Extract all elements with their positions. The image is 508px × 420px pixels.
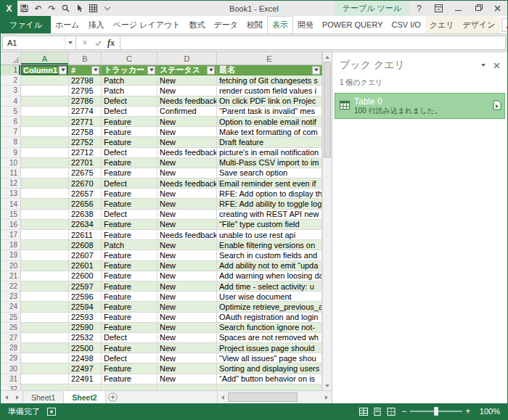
cell-E4[interactable]: On click PDF link on Projec [217, 96, 322, 107]
row-header-3[interactable]: 3 [1, 86, 21, 96]
row-header-14[interactable]: 14 [1, 199, 21, 209]
cell-C28[interactable]: Feature [102, 343, 157, 353]
cell-E5[interactable]: “Parent task is invalid” mes [217, 107, 322, 117]
ribbon-tab-11[interactable]: デザイン [459, 16, 500, 33]
close-button[interactable] [488, 1, 507, 16]
cell-D23[interactable]: New [157, 292, 217, 302]
cell-D11[interactable]: New [157, 168, 217, 178]
help-button[interactable]: ? [409, 1, 429, 16]
cell-E29[interactable]: “View all issues” page shou [217, 353, 322, 363]
cell-B22[interactable]: 22597 [69, 281, 102, 292]
cell-D2[interactable]: New [157, 75, 217, 86]
table-header-B1[interactable]: # [69, 65, 102, 75]
cell-C8[interactable]: Feature [102, 137, 157, 147]
cell-D29[interactable]: New [157, 353, 217, 363]
cell-D6[interactable]: New [157, 117, 217, 127]
row-header-27[interactable]: 27 [1, 333, 21, 343]
cell-E13[interactable]: RFE: Add option to display th [217, 189, 322, 199]
cell-D14[interactable]: New [157, 199, 217, 209]
scroll-down-icon[interactable] [323, 381, 332, 390]
filter-dropdown-icon[interactable] [59, 66, 67, 74]
cell-E7[interactable]: Make text formatting of com [217, 127, 322, 137]
cell-C3[interactable]: Patch [102, 86, 157, 96]
cell-D21[interactable]: New [157, 271, 217, 281]
table-header-D1[interactable]: ステータス [157, 65, 217, 75]
cell-D30[interactable]: New [157, 363, 217, 374]
row-header-20[interactable]: 20 [1, 261, 21, 271]
cell-B16[interactable]: 22634 [69, 220, 102, 230]
cell-E23[interactable]: User wise document [217, 292, 322, 302]
ribbon-tab-0[interactable]: ホーム [51, 16, 84, 33]
cell-D24[interactable]: New [157, 302, 217, 312]
cell-B12[interactable]: 22670 [69, 178, 102, 189]
cell-E30[interactable]: Sorting and displaying users [217, 363, 322, 374]
macro-record-icon[interactable] [46, 408, 57, 416]
vertical-scroll-thumb[interactable] [324, 62, 331, 157]
cell-E12[interactable]: Email reminder sent even if [217, 178, 322, 189]
filter-dropdown-icon[interactable] [207, 66, 215, 74]
row-header-19[interactable]: 19 [1, 250, 21, 260]
cell-C18[interactable]: Patch [102, 240, 157, 250]
name-box[interactable]: A1 [2, 36, 76, 50]
cell-E22[interactable]: Add time - select activity: u [217, 281, 322, 292]
filter-dropdown-icon[interactable] [147, 66, 155, 74]
cell-E27[interactable]: Spaces are not removed wh [217, 333, 322, 343]
cell-B28[interactable]: 22500 [69, 343, 102, 353]
cell-B3[interactable]: 22795 [69, 86, 102, 96]
cell-E3[interactable]: render custom field values i [217, 86, 322, 96]
row-header-12[interactable]: 12 [1, 178, 21, 189]
cell-C15[interactable]: Defect [102, 210, 157, 220]
row-header-21[interactable]: 21 [1, 271, 21, 281]
cell-C24[interactable]: Feature [102, 302, 157, 312]
qat-dropdown-icon[interactable] [100, 1, 114, 15]
scroll-up-icon[interactable] [323, 52, 332, 62]
cell-A13[interactable] [21, 189, 69, 199]
sheet-tab-Sheet2[interactable]: Sheet2 [64, 391, 105, 403]
cell-B10[interactable]: 22701 [69, 158, 102, 168]
cell-E19[interactable]: Search in custom fields and [217, 250, 322, 260]
cell-C16[interactable]: Feature [102, 220, 157, 230]
cell-C12[interactable]: Defect [102, 178, 157, 189]
taskpane-close-icon[interactable] [490, 59, 503, 71]
row-header-17[interactable]: 17 [1, 230, 21, 240]
cell-C19[interactable]: Feature [102, 250, 157, 260]
cell-E10[interactable]: Multi-Pass CSV import to im [217, 158, 322, 168]
undo-button[interactable]: ↶ [31, 1, 45, 15]
cell-C2[interactable]: Patch [102, 75, 157, 86]
cell-B2[interactable]: 22798 [69, 75, 102, 86]
cell-B26[interactable]: 22590 [69, 323, 102, 333]
row-header-32[interactable]: 32 [1, 384, 21, 390]
cell-D27[interactable]: New [157, 333, 217, 343]
column-header-C[interactable]: C [102, 52, 157, 65]
redo-button[interactable]: ↷ [45, 1, 59, 15]
cell-A23[interactable] [21, 292, 69, 302]
cell-E25[interactable]: OAuth registration and login [217, 313, 322, 323]
cell-A2[interactable] [21, 75, 69, 86]
cell-E16[interactable]: “File” type custom field [217, 220, 322, 230]
cell-A8[interactable] [21, 137, 69, 147]
ribbon-tab-2[interactable]: ページ レイアウト [109, 16, 185, 33]
cell-A22[interactable] [21, 281, 69, 292]
row-header-13[interactable]: 13 [1, 189, 21, 199]
cell-C9[interactable]: Defect [102, 148, 157, 158]
cell-B31[interactable]: 22491 [69, 374, 102, 384]
row-header-23[interactable]: 23 [1, 292, 21, 302]
ribbon-tab-7[interactable]: 開発 [293, 16, 318, 33]
cell-C10[interactable]: Feature [102, 158, 157, 168]
cell-C13[interactable]: Feature [102, 189, 157, 199]
cell-E21[interactable]: Add warning when loosing da [217, 271, 322, 281]
taskpane-menu-icon[interactable] [477, 59, 490, 71]
select-all-corner[interactable] [1, 52, 21, 65]
restore-button[interactable] [468, 1, 488, 16]
cell-A28[interactable] [21, 343, 69, 353]
cell-C25[interactable]: Feature [102, 313, 157, 323]
cell-C20[interactable]: Feature [102, 261, 157, 271]
cell-A25[interactable] [21, 313, 69, 323]
cell-D15[interactable]: New [157, 210, 217, 220]
cell-A4[interactable] [21, 96, 69, 107]
row-header-2[interactable]: 2 [1, 75, 21, 86]
sheet-tab-Sheet1[interactable]: Sheet1 [22, 391, 64, 403]
new-sheet-button[interactable] [106, 391, 120, 403]
cell-B27[interactable]: 22532 [69, 333, 102, 343]
cell-E15[interactable]: creating with REST API new [217, 210, 322, 220]
